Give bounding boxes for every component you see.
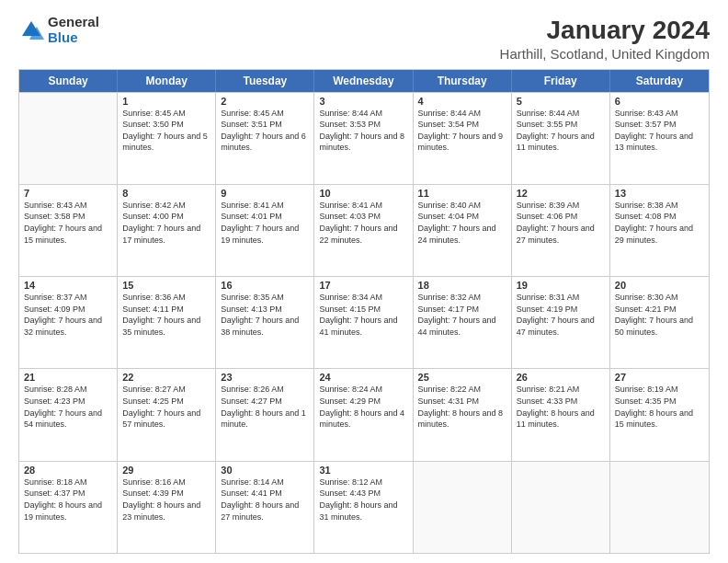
day-info: Sunrise: 8:45 AM Sunset: 3:50 PM Dayligh…	[122, 108, 210, 154]
day-number: 12	[517, 188, 605, 199]
day-number: 1	[122, 96, 210, 107]
header-day-sunday: Sunday	[19, 70, 118, 92]
day-number: 3	[319, 96, 407, 107]
day-info: Sunrise: 8:16 AM Sunset: 4:39 PM Dayligh…	[122, 477, 210, 523]
cal-cell: 2Sunrise: 8:45 AM Sunset: 3:51 PM Daylig…	[216, 93, 314, 184]
day-number: 10	[319, 188, 407, 199]
day-info: Sunrise: 8:26 AM Sunset: 4:27 PM Dayligh…	[221, 384, 309, 430]
cal-cell: 6Sunrise: 8:43 AM Sunset: 3:57 PM Daylig…	[610, 93, 709, 184]
day-number: 7	[24, 188, 112, 199]
calendar-header: SundayMondayTuesdayWednesdayThursdayFrid…	[19, 70, 709, 92]
day-number: 28	[24, 465, 112, 476]
header-day-friday: Friday	[512, 70, 610, 92]
cal-cell: 7Sunrise: 8:43 AM Sunset: 3:58 PM Daylig…	[19, 185, 118, 276]
day-number: 22	[122, 372, 210, 383]
header-day-thursday: Thursday	[414, 70, 512, 92]
day-info: Sunrise: 8:31 AM Sunset: 4:19 PM Dayligh…	[517, 292, 605, 338]
cal-cell: 22Sunrise: 8:27 AM Sunset: 4:25 PM Dayli…	[118, 369, 216, 460]
cal-cell: 1Sunrise: 8:45 AM Sunset: 3:50 PM Daylig…	[118, 93, 216, 184]
day-info: Sunrise: 8:44 AM Sunset: 3:54 PM Dayligh…	[418, 108, 506, 154]
day-number: 24	[319, 372, 407, 383]
calendar: SundayMondayTuesdayWednesdayThursdayFrid…	[18, 69, 710, 554]
day-info: Sunrise: 8:32 AM Sunset: 4:17 PM Dayligh…	[418, 292, 506, 338]
day-info: Sunrise: 8:12 AM Sunset: 4:43 PM Dayligh…	[319, 477, 407, 523]
day-number: 18	[418, 280, 506, 291]
day-info: Sunrise: 8:27 AM Sunset: 4:25 PM Dayligh…	[122, 384, 210, 430]
cal-cell: 9Sunrise: 8:41 AM Sunset: 4:01 PM Daylig…	[216, 185, 314, 276]
cal-cell: 24Sunrise: 8:24 AM Sunset: 4:29 PM Dayli…	[314, 369, 413, 460]
day-number: 17	[319, 280, 407, 291]
cal-cell: 5Sunrise: 8:44 AM Sunset: 3:55 PM Daylig…	[512, 93, 610, 184]
cal-cell	[19, 93, 118, 184]
day-info: Sunrise: 8:14 AM Sunset: 4:41 PM Dayligh…	[221, 477, 309, 523]
logo-text: General Blue	[48, 15, 99, 45]
day-number: 15	[122, 280, 210, 291]
day-number: 27	[615, 372, 704, 383]
cal-cell: 3Sunrise: 8:44 AM Sunset: 3:53 PM Daylig…	[314, 93, 413, 184]
day-number: 20	[615, 280, 704, 291]
day-info: Sunrise: 8:38 AM Sunset: 4:08 PM Dayligh…	[615, 200, 704, 246]
day-info: Sunrise: 8:35 AM Sunset: 4:13 PM Dayligh…	[221, 292, 309, 338]
day-info: Sunrise: 8:36 AM Sunset: 4:11 PM Dayligh…	[122, 292, 210, 338]
cal-cell: 15Sunrise: 8:36 AM Sunset: 4:11 PM Dayli…	[118, 277, 216, 368]
day-info: Sunrise: 8:43 AM Sunset: 3:58 PM Dayligh…	[24, 200, 112, 246]
day-number: 8	[122, 188, 210, 199]
day-number: 29	[122, 465, 210, 476]
cal-cell: 26Sunrise: 8:21 AM Sunset: 4:33 PM Dayli…	[512, 369, 610, 460]
day-info: Sunrise: 8:44 AM Sunset: 3:53 PM Dayligh…	[319, 108, 407, 154]
cal-cell: 12Sunrise: 8:39 AM Sunset: 4:06 PM Dayli…	[512, 185, 610, 276]
week-row-2: 7Sunrise: 8:43 AM Sunset: 3:58 PM Daylig…	[19, 184, 709, 276]
day-info: Sunrise: 8:21 AM Sunset: 4:33 PM Dayligh…	[517, 384, 605, 430]
cal-cell: 20Sunrise: 8:30 AM Sunset: 4:21 PM Dayli…	[610, 277, 709, 368]
day-number: 13	[615, 188, 704, 199]
day-number: 26	[517, 372, 605, 383]
cal-cell: 21Sunrise: 8:28 AM Sunset: 4:23 PM Dayli…	[19, 369, 118, 460]
day-number: 16	[221, 280, 309, 291]
cal-cell: 25Sunrise: 8:22 AM Sunset: 4:31 PM Dayli…	[414, 369, 512, 460]
day-info: Sunrise: 8:40 AM Sunset: 4:04 PM Dayligh…	[418, 200, 506, 246]
cal-cell: 10Sunrise: 8:41 AM Sunset: 4:03 PM Dayli…	[314, 185, 413, 276]
cal-cell: 27Sunrise: 8:19 AM Sunset: 4:35 PM Dayli…	[610, 369, 709, 460]
day-info: Sunrise: 8:41 AM Sunset: 4:03 PM Dayligh…	[319, 200, 407, 246]
cal-cell: 19Sunrise: 8:31 AM Sunset: 4:19 PM Dayli…	[512, 277, 610, 368]
logo-icon	[18, 17, 44, 43]
cal-cell	[610, 462, 709, 553]
cal-cell: 23Sunrise: 8:26 AM Sunset: 4:27 PM Dayli…	[216, 369, 314, 460]
cal-cell: 4Sunrise: 8:44 AM Sunset: 3:54 PM Daylig…	[414, 93, 512, 184]
day-info: Sunrise: 8:22 AM Sunset: 4:31 PM Dayligh…	[418, 384, 506, 430]
day-number: 6	[615, 96, 704, 107]
day-info: Sunrise: 8:34 AM Sunset: 4:15 PM Dayligh…	[319, 292, 407, 338]
day-info: Sunrise: 8:41 AM Sunset: 4:01 PM Dayligh…	[221, 200, 309, 246]
day-number: 2	[221, 96, 309, 107]
cal-cell: 30Sunrise: 8:14 AM Sunset: 4:41 PM Dayli…	[216, 462, 314, 553]
title-block: January 2024 Harthill, Scotland, United …	[500, 15, 710, 62]
day-info: Sunrise: 8:19 AM Sunset: 4:35 PM Dayligh…	[615, 384, 704, 430]
cal-cell	[512, 462, 610, 553]
day-info: Sunrise: 8:30 AM Sunset: 4:21 PM Dayligh…	[615, 292, 704, 338]
day-info: Sunrise: 8:43 AM Sunset: 3:57 PM Dayligh…	[615, 108, 704, 154]
day-number: 23	[221, 372, 309, 383]
day-info: Sunrise: 8:45 AM Sunset: 3:51 PM Dayligh…	[221, 108, 309, 154]
header-day-saturday: Saturday	[610, 70, 709, 92]
header-day-monday: Monday	[118, 70, 216, 92]
day-info: Sunrise: 8:39 AM Sunset: 4:06 PM Dayligh…	[517, 200, 605, 246]
week-row-3: 14Sunrise: 8:37 AM Sunset: 4:09 PM Dayli…	[19, 276, 709, 368]
day-number: 9	[221, 188, 309, 199]
day-number: 5	[517, 96, 605, 107]
day-number: 31	[319, 465, 407, 476]
day-number: 19	[517, 280, 605, 291]
cal-cell: 8Sunrise: 8:42 AM Sunset: 4:00 PM Daylig…	[118, 185, 216, 276]
cal-cell: 11Sunrise: 8:40 AM Sunset: 4:04 PM Dayli…	[414, 185, 512, 276]
day-number: 30	[221, 465, 309, 476]
cal-cell: 29Sunrise: 8:16 AM Sunset: 4:39 PM Dayli…	[118, 462, 216, 553]
day-info: Sunrise: 8:37 AM Sunset: 4:09 PM Dayligh…	[24, 292, 112, 338]
header-day-wednesday: Wednesday	[314, 70, 413, 92]
main-title: January 2024	[500, 15, 710, 46]
header-day-tuesday: Tuesday	[216, 70, 314, 92]
week-row-4: 21Sunrise: 8:28 AM Sunset: 4:23 PM Dayli…	[19, 368, 709, 460]
day-info: Sunrise: 8:42 AM Sunset: 4:00 PM Dayligh…	[122, 200, 210, 246]
logo-general: General	[48, 15, 99, 30]
cal-cell: 18Sunrise: 8:32 AM Sunset: 4:17 PM Dayli…	[414, 277, 512, 368]
day-number: 11	[418, 188, 506, 199]
logo-blue: Blue	[48, 30, 99, 46]
